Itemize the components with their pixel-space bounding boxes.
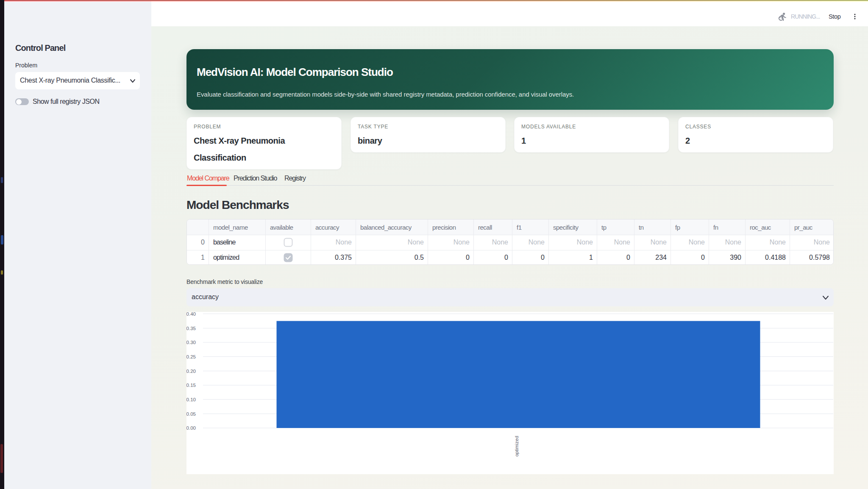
svg-text:0.05: 0.05 [186, 411, 196, 417]
svg-text:optimized: optimized [514, 436, 519, 456]
svg-text:0.20: 0.20 [186, 369, 196, 374]
svg-text:0.40: 0.40 [186, 312, 196, 317]
svg-text:0.30: 0.30 [186, 340, 196, 345]
svg-text:0.00: 0.00 [186, 425, 196, 431]
svg-text:0.25: 0.25 [186, 354, 196, 359]
svg-text:0.15: 0.15 [186, 383, 196, 388]
svg-text:0.35: 0.35 [186, 326, 196, 331]
svg-text:0.10: 0.10 [186, 397, 196, 402]
